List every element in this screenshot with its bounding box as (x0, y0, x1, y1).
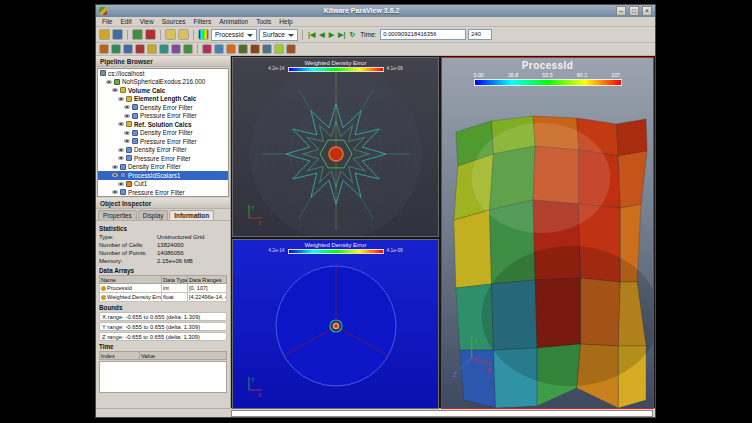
render-view-density-mesh[interactable]: Y X 4.2e-14 Weighted Density Error 4.1e-… (232, 57, 439, 237)
pipeline-item-element-length-calc[interactable]: Element Length Calc (98, 95, 228, 104)
visibility-eye-icon[interactable] (118, 182, 124, 186)
pipeline-item-pressure-error-filter[interactable]: Pressure Error Filter (98, 154, 228, 163)
filter-icon (126, 155, 132, 161)
visibility-eye-icon[interactable] (112, 190, 118, 194)
pipeline-item-density-error-filter[interactable]: Density Error Filter (98, 103, 228, 112)
minimize-button[interactable]: – (616, 6, 626, 16)
point-to-cell-data-icon[interactable] (250, 44, 260, 54)
visibility-eye-icon[interactable] (118, 156, 124, 160)
table-row[interactable]: Weighted Density Error float [4.22496e-1… (100, 293, 227, 302)
disconnect-server-icon[interactable] (145, 29, 156, 40)
plot-over-line-icon[interactable] (274, 44, 284, 54)
pipeline-item-pressure-error-filter[interactable]: Pressure Error Filter (98, 188, 228, 197)
column-header-value[interactable]: Value (140, 352, 227, 360)
pipeline-item-volume-calc[interactable]: Volume Calc (98, 86, 228, 95)
extract-group-icon[interactable] (226, 44, 236, 54)
tab-information[interactable]: Information (169, 210, 214, 220)
calculator-filter-icon[interactable] (99, 44, 109, 54)
visibility-eye-icon[interactable] (112, 173, 118, 177)
play-button[interactable]: ▶ (328, 29, 335, 41)
representation-combo[interactable]: Surface (259, 29, 298, 41)
pipeline-item-density-error-filter[interactable]: Density Error Filter (98, 163, 228, 172)
menu-sources[interactable]: Sources (162, 18, 186, 25)
tab-properties[interactable]: Properties (98, 210, 137, 220)
column-header-name[interactable]: Name (100, 276, 162, 284)
menu-tools[interactable]: Tools (256, 18, 271, 25)
pipeline-item-ref-solution-calcs[interactable]: Ref. Solution Calcs (98, 120, 228, 129)
glyph-filter-icon[interactable] (171, 44, 181, 54)
contour-filter-icon[interactable] (111, 44, 121, 54)
tab-display[interactable]: Display (138, 210, 169, 220)
visibility-eye-icon[interactable] (124, 139, 130, 143)
pipeline-item-pressure-error-filter[interactable]: Pressure Error Filter (98, 137, 228, 146)
time-value-field[interactable]: 0.000909218416356 (380, 29, 466, 40)
orientation-axes-icon: Y X (249, 377, 262, 398)
threshold-filter-icon[interactable] (147, 44, 157, 54)
mesh-star-scene: Y X (233, 58, 438, 236)
pipeline-item-source[interactable]: NohSphericalExodus.216.000 (98, 78, 228, 87)
open-file-icon[interactable] (99, 29, 110, 40)
table-row[interactable]: ProcessId int [0, 107] (100, 284, 227, 293)
warp-vector-icon[interactable] (202, 44, 212, 54)
redo-icon[interactable] (178, 29, 189, 40)
visibility-eye-icon[interactable] (106, 80, 112, 84)
pipeline-item-pressure-error-filter[interactable]: Pressure Error Filter (98, 112, 228, 121)
pipeline-browser-header[interactable]: Pipeline Browser (96, 56, 230, 67)
column-header-data-type[interactable]: Data Type (162, 276, 188, 284)
clip-filter-icon[interactable] (123, 44, 133, 54)
close-button[interactable]: × (642, 6, 652, 16)
menu-edit[interactable]: Edit (120, 18, 131, 25)
data-arrays-table: Name Data Type Data Ranges ProcessId int… (99, 275, 227, 302)
object-inspector-header[interactable]: Object Inspector (96, 198, 230, 209)
svg-text:Y: Y (251, 377, 255, 383)
visibility-eye-icon[interactable] (112, 88, 118, 92)
pipeline-item-density-error-filter[interactable]: Density Error Filter (98, 129, 228, 138)
visibility-eye-icon[interactable] (124, 114, 130, 118)
cell-to-point-data-icon[interactable] (238, 44, 248, 54)
title-bar[interactable]: Kitware ParaView 3.6.2 – □ × (96, 5, 655, 17)
column-header-data-ranges[interactable]: Data Ranges (188, 276, 227, 284)
loop-button[interactable]: ↻ (348, 29, 356, 41)
pipeline-item-cut[interactable]: Cut1 (98, 180, 228, 189)
integrate-variables-icon[interactable] (262, 44, 272, 54)
pipeline-item-label: Cut1 (134, 180, 147, 187)
undo-icon[interactable] (165, 29, 176, 40)
menu-filters[interactable]: Filters (194, 18, 212, 25)
visibility-eye-icon[interactable] (124, 105, 130, 109)
data-arrays-section-title: Data Arrays (99, 267, 227, 274)
pipeline-item-label: Element Length Calc (134, 95, 196, 102)
render-view-density-field[interactable]: Y X 4.2e-14 Weighted Density Error 4.1e-… (232, 239, 439, 409)
color-array-combo[interactable]: Processid (211, 29, 257, 41)
menu-file[interactable]: File (102, 18, 112, 25)
frame-index-field[interactable]: 240 (468, 29, 492, 40)
visibility-eye-icon[interactable] (118, 122, 124, 126)
visibility-eye-icon[interactable] (112, 165, 118, 169)
extract-subset-icon[interactable] (159, 44, 169, 54)
previous-frame-button[interactable]: ◀ (318, 29, 325, 41)
visibility-eye-icon[interactable] (118, 97, 124, 101)
pipeline-item-server[interactable]: cs://localhost (98, 69, 228, 78)
menu-animation[interactable]: Animation (219, 18, 248, 25)
render-view-processid[interactable]: Y X Z ProcessId 0.00 26.8 53.5 80.2 107. (441, 57, 654, 409)
visibility-eye-icon[interactable] (118, 148, 124, 152)
connect-server-icon[interactable] (132, 29, 143, 40)
pipeline-item-density-error-filter[interactable]: Density Error Filter (98, 146, 228, 155)
pipeline-tree[interactable]: cs://localhost NohSphericalExodus.216.00… (97, 68, 229, 197)
first-frame-button[interactable]: |◀ (307, 29, 316, 41)
pipeline-item-label: Density Error Filter (140, 129, 192, 136)
pipeline-item-processid-scalars[interactable]: ProcessIdScalars1 (98, 171, 228, 180)
svg-text:X: X (487, 367, 492, 374)
time-table-body[interactable] (99, 361, 227, 393)
column-header-index[interactable]: Index (100, 352, 140, 360)
group-datasets-icon[interactable] (214, 44, 224, 54)
maximize-button[interactable]: □ (629, 6, 639, 16)
slice-filter-icon[interactable] (135, 44, 145, 54)
probe-location-icon[interactable] (286, 44, 296, 54)
visibility-eye-icon[interactable] (124, 131, 130, 135)
menu-help[interactable]: Help (279, 18, 292, 25)
stream-tracer-icon[interactable] (183, 44, 193, 54)
color-by-array-icon[interactable] (198, 29, 209, 40)
menu-view[interactable]: View (140, 18, 154, 25)
last-frame-button[interactable]: ▶| (337, 29, 346, 41)
save-data-icon[interactable] (112, 29, 123, 40)
